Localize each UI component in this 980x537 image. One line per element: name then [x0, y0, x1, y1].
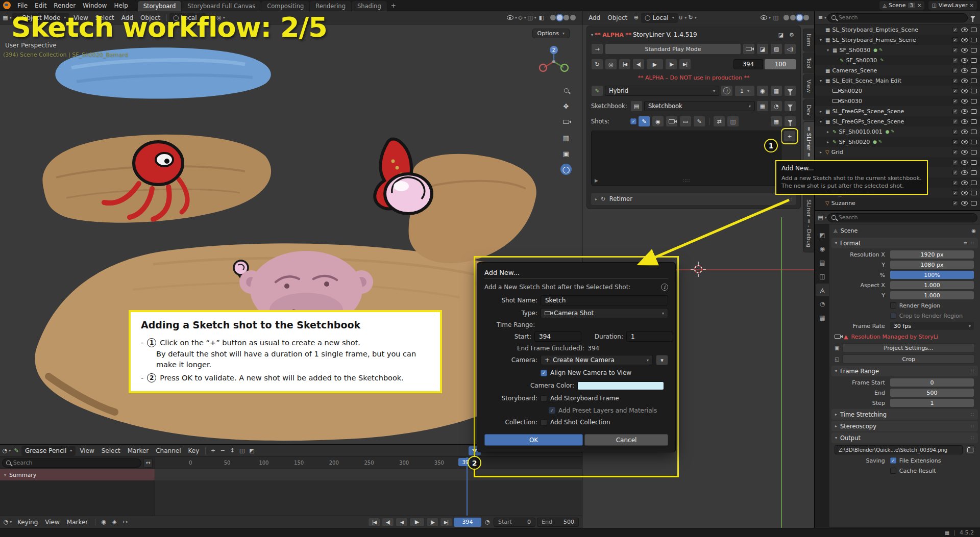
grid-icon[interactable]: ▦: [770, 85, 782, 96]
hide-eye-toggle[interactable]: [961, 170, 968, 175]
retimer-panel-header[interactable]: ▸ ↻ Retimer ∷: [591, 193, 796, 205]
speaker-icon[interactable]: ◁): [784, 43, 796, 55]
menu-item[interactable]: File: [14, 2, 31, 10]
info-icon[interactable]: i: [721, 85, 733, 96]
shading-mode-switch[interactable]: [783, 15, 810, 20]
channel-search[interactable]: [2, 458, 141, 468]
jump-to-key-icon[interactable]: ↦: [120, 518, 130, 527]
outliner-row[interactable]: ▸▦SL_FreeGPs_Scene_Scene: [815, 106, 980, 116]
tool-tab-icon[interactable]: ◩: [816, 228, 829, 241]
output-tab-icon[interactable]: ▤: [816, 256, 829, 269]
clock-icon[interactable]: ◔: [770, 100, 782, 112]
camera-video-icon[interactable]: [743, 43, 755, 55]
menu-item[interactable]: Keying: [14, 518, 41, 526]
frame-end-field[interactable]: End 500: [537, 518, 579, 527]
selectable-checkbox[interactable]: [952, 200, 958, 206]
file-extensions-checkbox[interactable]: ✓: [890, 457, 896, 464]
wireframe-shading-icon[interactable]: [550, 15, 556, 20]
menu-item[interactable]: Marker: [63, 518, 91, 526]
folder-browse-icon[interactable]: [966, 445, 975, 454]
selectable-checkbox[interactable]: [952, 27, 958, 33]
expand-toggle[interactable]: ▾: [818, 79, 823, 83]
selectable-checkbox[interactable]: [952, 139, 958, 145]
add-workspace-icon[interactable]: +: [388, 2, 399, 9]
output-section-header[interactable]: ▾Output ∷: [831, 432, 978, 443]
grid-icon[interactable]: ▦: [770, 116, 782, 127]
camera-icon[interactable]: [666, 116, 678, 127]
workspace-tab[interactable]: Storyboard: [138, 1, 182, 11]
menu-item[interactable]: View: [41, 518, 63, 526]
value-field[interactable]: 1080 px: [890, 261, 974, 269]
unlink-icon[interactable]: ×: [917, 3, 921, 8]
timeline-editor-icon[interactable]: ◔▾: [3, 518, 12, 527]
menu-item[interactable]: Channel: [152, 447, 184, 455]
outliner-row[interactable]: ▽Suzanne: [815, 198, 980, 208]
dopesheet-mode-dropdown[interactable]: Grease Pencil▾: [21, 446, 76, 456]
outliner-row[interactable]: ▾▦SF_Sh0030● ✎: [815, 45, 980, 55]
fullscreen-icon[interactable]: ▣: [560, 148, 572, 159]
jump-end-button[interactable]: ▶|: [440, 518, 452, 527]
xray-icon[interactable]: ◧: [537, 13, 546, 22]
outliner-row[interactable]: ▦Cameras_Scene: [815, 65, 980, 75]
viewport-visibility-toggle[interactable]: [971, 191, 977, 195]
sidebar-tab[interactable]: View: [803, 74, 814, 98]
expand-toggle[interactable]: ▸: [818, 150, 823, 155]
hide-eye-toggle[interactable]: [961, 109, 968, 114]
frame-start-field[interactable]: Start 0: [494, 518, 535, 527]
object-tab-icon[interactable]: ▦: [816, 311, 829, 324]
output-path-field[interactable]: Z:\3D\Blender\Quick...e\Sketch_00394.png: [835, 445, 963, 454]
hide-eye-toggle[interactable]: [961, 191, 968, 195]
take-dropdown[interactable]: 1▾: [734, 85, 755, 96]
hide-eye-toggle[interactable]: [961, 48, 968, 53]
overlays-icon[interactable]: ◫: [771, 13, 780, 22]
hide-eye-toggle[interactable]: [961, 181, 968, 185]
scene-tab-icon[interactable]: ◬: [816, 284, 829, 296]
play-button[interactable]: ▶: [409, 518, 425, 527]
viewport-visibility-toggle[interactable]: [971, 160, 977, 165]
start-field[interactable]: 394: [534, 331, 581, 342]
type-dropdown[interactable]: Camera Shot ▾: [541, 308, 668, 318]
options-dropdown[interactable]: Options▾: [532, 29, 570, 38]
hide-eye-toggle[interactable]: [961, 140, 968, 144]
editor-type-icon[interactable]: ▤▾: [818, 213, 827, 222]
pan-hand-icon[interactable]: ✥: [560, 100, 572, 112]
outliner-row[interactable]: ▸▽Grid: [815, 147, 980, 157]
world-tab-icon[interactable]: ◔: [816, 297, 829, 310]
expand-toggle[interactable]: ▾: [818, 119, 823, 124]
sidebar-tab[interactable]: SLiner = - Debug: [803, 194, 814, 252]
selectable-checkbox[interactable]: [952, 180, 958, 186]
menu-item[interactable]: View: [76, 447, 97, 455]
next-keyframe-button[interactable]: |▶: [426, 518, 438, 527]
render-tab-icon[interactable]: ◉: [816, 242, 829, 255]
properties-search[interactable]: [827, 213, 977, 222]
selectable-checkbox[interactable]: [952, 160, 958, 165]
crop-button[interactable]: Crop: [842, 354, 975, 364]
shading-mode-switch[interactable]: [550, 15, 576, 20]
menu-item[interactable]: Object: [604, 14, 631, 22]
selectable-checkbox[interactable]: [952, 58, 958, 63]
channel-updown-icon[interactable]: ↕: [228, 446, 237, 455]
selectable-checkbox[interactable]: [952, 37, 958, 43]
hide-eye-toggle[interactable]: [961, 119, 968, 124]
checkbox[interactable]: [890, 302, 896, 309]
project-settings-button[interactable]: Project Settings...: [842, 343, 975, 352]
jump-start-button[interactable]: |◀: [619, 59, 631, 70]
loop-icon[interactable]: ↻: [591, 59, 603, 70]
summary-channel[interactable]: ▾ Summary: [0, 469, 155, 480]
sidebar-tab[interactable]: Tool: [803, 53, 814, 73]
shots-list[interactable]: ▶ ∷∷: [591, 131, 781, 186]
play-button[interactable]: ▶: [646, 59, 664, 70]
menu-item[interactable]: Marker: [124, 447, 152, 455]
sketchbook-dropdown[interactable]: Sketchbook▾: [644, 101, 755, 111]
viewport-visibility-toggle[interactable]: [971, 48, 977, 53]
hide-eye-toggle[interactable]: [961, 130, 968, 134]
gizmos-icon[interactable]: ◇▾: [518, 13, 527, 22]
outliner-row[interactable]: ▦SL_Storyboard_Empties_Scene: [815, 24, 980, 35]
menu-item[interactable]: Render: [50, 2, 79, 10]
camera-color-swatch[interactable]: [577, 381, 664, 390]
forward-icon[interactable]: →: [591, 43, 603, 55]
current-frame-field[interactable]: 394: [454, 518, 481, 527]
jump-end-button[interactable]: ▶|: [679, 59, 691, 70]
pin-icon[interactable]: ◉: [971, 228, 976, 234]
sidebar-tab[interactable]: = SLiner =: [803, 121, 814, 162]
